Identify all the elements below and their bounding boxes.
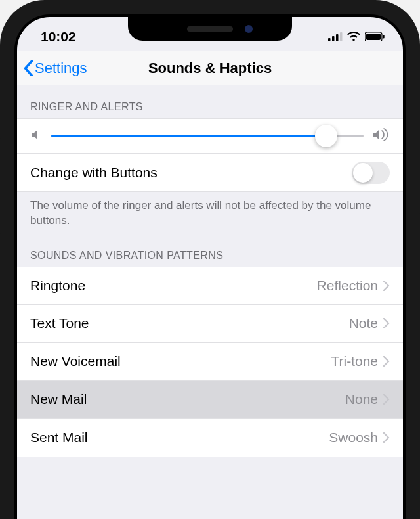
sound-row-label: Text Tone: [30, 315, 89, 331]
sound-row-label: Ringtone: [30, 278, 85, 294]
cellular-icon: [328, 29, 343, 45]
sound-row-new-voicemail[interactable]: New VoicemailTri-tone: [17, 343, 403, 381]
chevron-right-icon: [383, 394, 390, 405]
ringer-volume-cell: [17, 118, 403, 154]
svg-rect-0: [328, 38, 331, 41]
section-header-ringer: RINGER AND ALERTS: [17, 85, 403, 118]
chevron-right-icon: [383, 356, 390, 367]
sound-row-value: Tri-tone: [331, 353, 378, 369]
back-button[interactable]: Settings: [17, 60, 87, 77]
sound-row-label: Sent Mail: [30, 430, 88, 445]
sound-row-value: Swoosh: [329, 430, 378, 445]
sound-row-ringtone[interactable]: RingtoneReflection: [17, 267, 403, 305]
notch: [128, 17, 292, 41]
status-time: 10:02: [41, 29, 76, 45]
slider-thumb[interactable]: [315, 125, 337, 147]
nav-bar: Settings Sounds & Haptics: [17, 51, 403, 85]
svg-rect-6: [383, 35, 385, 39]
change-with-buttons-toggle[interactable]: [352, 162, 390, 184]
chevron-right-icon: [383, 281, 390, 291]
sound-row-label: New Voicemail: [30, 353, 121, 369]
sound-row-new-mail[interactable]: New MailNone: [17, 381, 403, 419]
sound-row-sent-mail[interactable]: Sent MailSwoosh: [17, 419, 403, 457]
sound-row-value: Note: [349, 315, 378, 331]
sound-row-text-tone[interactable]: Text ToneNote: [17, 305, 403, 343]
sound-row-value: None: [345, 392, 378, 407]
screen: 10:02 Settings: [17, 17, 403, 519]
change-with-buttons-label: Change with Buttons: [30, 165, 158, 181]
speaker-low-icon: [30, 129, 42, 143]
battery-icon: [365, 29, 385, 45]
sound-row-value: Reflection: [317, 278, 378, 294]
svg-rect-3: [340, 32, 343, 41]
chevron-right-icon: [383, 432, 390, 443]
wifi-icon: [347, 29, 360, 45]
speaker-high-icon: [373, 128, 390, 144]
chevron-right-icon: [383, 318, 390, 328]
section-header-patterns: SOUNDS AND VIBRATION PATTERNS: [17, 234, 403, 267]
section-footer-ringer: The volume of the ringer and alerts will…: [17, 192, 403, 234]
patterns-list: RingtoneReflectionText ToneNoteNew Voice…: [17, 267, 403, 457]
svg-rect-1: [332, 36, 335, 41]
back-label: Settings: [35, 60, 87, 77]
change-with-buttons-cell[interactable]: Change with Buttons: [17, 154, 403, 192]
ringer-volume-slider[interactable]: [51, 135, 364, 137]
slider-fill: [51, 135, 326, 137]
toggle-knob: [353, 163, 373, 183]
svg-rect-2: [336, 34, 339, 41]
svg-rect-5: [366, 34, 381, 40]
chevron-left-icon: [24, 60, 33, 76]
sound-row-label: New Mail: [30, 392, 87, 407]
